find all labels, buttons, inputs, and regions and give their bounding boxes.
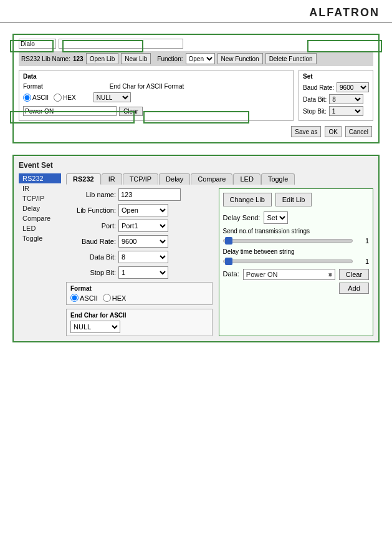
data-bit-select-top[interactable]: 8	[329, 94, 363, 104]
delete-function-button[interactable]: Delete Function	[265, 53, 317, 64]
event-set-title: Event Set	[19, 161, 373, 170]
sidebar-list: RS232 IR TCP/IP Delay Compare LED Toggle	[19, 173, 61, 336]
tab-tcpip[interactable]: TCP/IP	[123, 173, 158, 185]
scroll-down-arrow[interactable]: ▼	[327, 271, 333, 278]
hex-radio-label-event[interactable]: HEX	[103, 294, 127, 302]
delay-slider-row: 1	[223, 258, 370, 265]
function-select[interactable]: Open	[186, 53, 215, 64]
transmission-slider[interactable]	[223, 239, 353, 243]
hex-radio[interactable]	[54, 94, 62, 102]
clear-button-event[interactable]: Clear	[339, 269, 369, 280]
baud-rate-label: Baud Rate:	[66, 238, 116, 245]
top-dialog-box: RS232 Lib Name: 123 Open Lib New Lib Fun…	[12, 34, 380, 143]
tab-led[interactable]: LED	[233, 173, 260, 185]
endchar-group: End Char for ASCII NULL	[66, 309, 213, 336]
change-lib-button[interactable]: Change Lib	[223, 193, 272, 206]
save-as-button[interactable]: Save as	[291, 126, 321, 137]
top-dialog-section: RS232 Lib Name: 123 Open Lib New Lib Fun…	[0, 22, 392, 150]
data-buttons: Clear Add	[339, 269, 369, 294]
sidebar-item-compare[interactable]: Compare	[19, 213, 61, 223]
transmission-slider-row: 1	[223, 237, 370, 245]
right-panel: RS232 IR TCP/IP Delay Compare LED Toggle…	[66, 173, 373, 336]
event-set-box: Event Set RS232 IR TCP/IP Delay Compare …	[12, 155, 380, 342]
sidebar-item-tcpip[interactable]: TCP/IP	[19, 193, 61, 203]
dialog-body: Data Format End Char for ASCII Format AS…	[19, 70, 373, 121]
data-text-input-top[interactable]	[23, 106, 117, 116]
new-lib-button[interactable]: New Lib	[121, 53, 151, 64]
delay-between-label: Delay time between string	[223, 248, 370, 255]
header: ALFATRON	[0, 0, 392, 22]
port-select[interactable]: Port1	[118, 220, 168, 232]
two-col-content: Lib name: Lib Function: Open Po	[66, 188, 373, 336]
port-row: Port: Port1	[66, 220, 213, 232]
data-group: Data Format End Char for ASCII Format AS…	[19, 70, 294, 121]
event-set-body: RS232 IR TCP/IP Delay Compare LED Toggle…	[19, 173, 373, 336]
format-radio-group: ASCII HEX	[70, 294, 208, 302]
data-bit-row: Data Bit: 8	[66, 251, 213, 263]
delay-send-label: Delay Send:	[223, 214, 261, 221]
port-label: Port:	[66, 222, 116, 230]
sidebar-item-led[interactable]: LED	[19, 223, 61, 233]
dialog-footer: Save as OK Cancel	[19, 126, 373, 137]
sidebar-item-ir[interactable]: IR	[19, 183, 61, 193]
rs232-lib-value: 123	[73, 56, 84, 62]
open-lib-button[interactable]: Open Lib	[86, 53, 119, 64]
tab-ir[interactable]: IR	[102, 173, 122, 185]
lib-function-select[interactable]: Open	[118, 204, 168, 216]
edit-lib-button[interactable]: Edit Lib	[275, 193, 312, 206]
endchar-select-event[interactable]: NULL	[70, 321, 120, 333]
lib-buttons-row: Change Lib Edit Lib	[223, 193, 370, 206]
ok-button[interactable]: OK	[325, 126, 341, 137]
tab-toggle[interactable]: Toggle	[261, 173, 295, 185]
baud-rate-row-top: Baud Rate: 9600	[303, 82, 369, 92]
lib-function-label: Lib Function:	[66, 206, 116, 214]
dialog-title-input2[interactable]	[59, 39, 183, 49]
endchar-select-top[interactable]: NULL	[93, 92, 131, 102]
stop-bit-label-top: Stop Bit:	[303, 108, 327, 115]
data-input-area: Power ON ▲ ▼	[243, 269, 335, 280]
cancel-button[interactable]: Cancel	[345, 126, 372, 137]
data-input-row: Clear	[23, 106, 289, 116]
delay-slider[interactable]	[223, 259, 353, 263]
format-group-title: Format	[70, 285, 208, 292]
stop-bit-select-top[interactable]: 1	[329, 106, 363, 116]
data-section: Data: Power ON ▲ ▼ Clear Add	[223, 269, 370, 294]
format-radio-row: ASCII HEX NULL	[23, 92, 289, 102]
data-group-title: Data	[23, 73, 289, 80]
rs232-lib-label: RS232 Lib Name:	[21, 56, 70, 62]
dialog-title-input[interactable]	[19, 39, 56, 49]
transmission-slider-thumb	[225, 237, 232, 245]
format-label: Format	[23, 83, 43, 90]
baud-rate-select-top[interactable]: 9600	[337, 82, 369, 92]
add-button[interactable]: Add	[339, 283, 369, 294]
hex-radio-event[interactable]	[103, 294, 111, 302]
delay-send-select[interactable]: Set	[264, 211, 288, 224]
baud-rate-row: Baud Rate: 9600	[66, 235, 213, 248]
baud-rate-select[interactable]: 9600	[118, 235, 168, 248]
lib-function-row: Lib Function: Open	[66, 204, 213, 216]
ascii-radio[interactable]	[23, 94, 31, 102]
function-label: Function:	[157, 56, 183, 62]
sidebar-item-rs232[interactable]: RS232	[19, 173, 61, 183]
sidebar-item-delay[interactable]: Delay	[19, 203, 61, 213]
tab-compare[interactable]: Compare	[191, 173, 232, 185]
stop-bit-label: Stop Bit:	[66, 269, 116, 276]
dialog-title-row	[19, 39, 373, 49]
endchar-group-title: End Char for ASCII	[70, 312, 208, 319]
new-function-button[interactable]: New Function	[218, 53, 263, 64]
data-label: Data:	[223, 270, 239, 278]
tab-rs232[interactable]: RS232	[66, 173, 101, 185]
data-bit-select[interactable]: 8	[118, 251, 168, 263]
tab-delay[interactable]: Delay	[159, 173, 190, 185]
clear-button-top[interactable]: Clear	[119, 107, 143, 116]
stop-bit-select[interactable]: 1	[118, 266, 168, 279]
sidebar-item-toggle[interactable]: Toggle	[19, 233, 61, 243]
ascii-radio-label-event[interactable]: ASCII	[70, 294, 98, 302]
right-col: Change Lib Edit Lib Delay Send: Set Send…	[219, 188, 374, 336]
hex-radio-label[interactable]: HEX	[54, 94, 76, 102]
ascii-radio-label[interactable]: ASCII	[23, 94, 49, 102]
stop-bit-row: Stop Bit: 1	[66, 266, 213, 279]
data-textarea-wrap[interactable]: Power ON ▲ ▼	[243, 269, 335, 280]
lib-name-input[interactable]	[118, 188, 181, 201]
ascii-radio-event[interactable]	[70, 294, 79, 302]
